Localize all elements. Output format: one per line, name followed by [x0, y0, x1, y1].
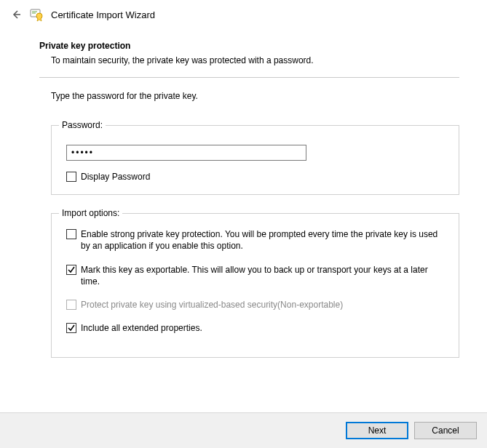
vbs-label: Protect private key using virtualized-ba… [81, 299, 343, 311]
divider [39, 77, 459, 78]
wizard-window: Certificate Import Wizard Private key pr… [0, 0, 487, 448]
password-input[interactable] [66, 145, 306, 161]
titlebar: Certificate Import Wizard [0, 0, 487, 26]
exportable-checkbox[interactable] [66, 265, 76, 275]
instruction-text: Type the password for the private key. [51, 91, 459, 101]
window-title: Certificate Import Wizard [51, 9, 155, 20]
cancel-button[interactable]: Cancel [414, 422, 477, 439]
display-password-label: Display Password [81, 171, 150, 183]
next-button[interactable]: Next [346, 422, 408, 439]
back-arrow-icon[interactable] [10, 9, 22, 20]
display-password-checkbox[interactable] [66, 172, 76, 182]
certificate-icon [29, 7, 44, 22]
svg-point-1 [36, 13, 42, 19]
strong-protection-label: Enable strong private key protection. Yo… [81, 228, 448, 252]
vbs-checkbox [66, 300, 76, 310]
import-options-group: Import options: Enable strong private ke… [51, 208, 459, 358]
exportable-label: Mark this key as exportable. This will a… [81, 264, 448, 287]
extended-props-label: Include all extended properties. [81, 322, 202, 334]
password-group: Password: Display Password [51, 120, 459, 195]
password-group-label: Password: [59, 120, 106, 130]
footer: Next Cancel [0, 412, 487, 448]
import-options-label: Import options: [59, 208, 122, 218]
section-subheading: To maintain security, the private key wa… [51, 55, 459, 65]
strong-protection-checkbox[interactable] [66, 229, 76, 239]
section-heading: Private key protection [39, 41, 459, 51]
content-area: Private key protection To maintain secur… [0, 26, 487, 412]
extended-props-checkbox[interactable] [66, 323, 76, 333]
